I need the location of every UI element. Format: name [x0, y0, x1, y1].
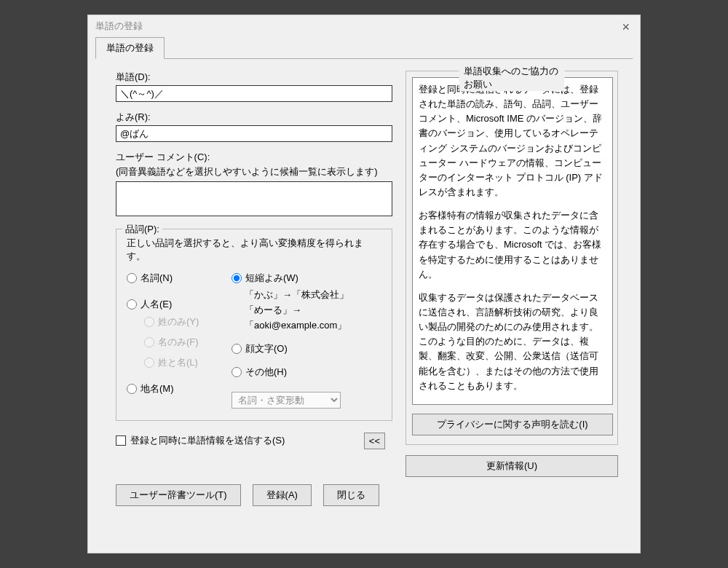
radio-other-label: その他(H) [245, 366, 287, 379]
radio-shortreading-label: 短縮よみ(W) [245, 272, 298, 285]
radio-place-label: 地名(M) [141, 382, 174, 395]
window-title: 単語の登録 [95, 20, 143, 33]
send-checkbox-label: 登録と同時に単語情報を送信する(S) [130, 434, 285, 447]
close-icon[interactable]: × [617, 18, 634, 36]
radio-givenname-label: 名のみ(F) [158, 336, 199, 349]
radio-person[interactable]: 人名(E) [127, 298, 229, 311]
close-button[interactable]: 閉じる [323, 484, 379, 506]
word-input[interactable] [116, 85, 392, 102]
radio-other[interactable]: その他(H) [232, 366, 381, 379]
reading-label: よみ(R): [116, 111, 392, 124]
user-dictionary-tool-button[interactable]: ユーザー辞書ツール(T) [116, 484, 241, 506]
notice-legend: 単語収集へのご協力のお願い [459, 65, 565, 91]
notice-p2: お客様特有の情報が収集されたデータに含まれることがあります。このような情報が存在… [419, 208, 606, 282]
titlebar: 単語の登録 × [88, 15, 640, 37]
comment-label: ユーザー コメント(C): [116, 151, 392, 164]
pos-legend: 品詞(P): [122, 223, 162, 236]
radio-surname-and-givenname: 姓と名(L) [144, 356, 229, 369]
radio-noun-label: 名詞(N) [141, 272, 173, 285]
notice-p3: 収集するデータは保護されたデータベースに送信され、言語解析技術の研究、より良い製… [419, 291, 606, 393]
notice-p1: 登録と同時に送信されるデータには、登録された単語の読み、語句、品詞、ユーザー コ… [419, 82, 606, 200]
dialog-window: 単語の登録 × 単語の登録 単語(D): よみ(R): ユーザー コメント(C)… [87, 15, 641, 553]
collapse-button[interactable]: << [364, 433, 385, 449]
comment-hint: (同音異義語などを選択しやすいように候補一覧に表示します) [116, 165, 392, 178]
comment-input[interactable] [116, 181, 392, 216]
radio-surname-only: 姓のみ(Y) [144, 315, 229, 328]
radio-surname-label: 姓のみ(Y) [158, 315, 199, 328]
notice-textbox[interactable]: 登録と同時に送信されるデータには、登録された単語の読み、語句、品詞、ユーザー コ… [412, 77, 613, 405]
other-pos-select[interactable]: 名詞・さ変形動 [232, 392, 341, 409]
radio-emoticon[interactable]: 顔文字(O) [232, 342, 381, 355]
example-1: 「かぶ」→「株式会社」 [245, 288, 381, 303]
example-2: 「めーる」→「aoki@example.com」 [245, 303, 381, 334]
tab-register-word[interactable]: 単語の登録 [95, 37, 165, 59]
send-checkbox[interactable] [116, 435, 126, 446]
update-info-button[interactable]: 更新情報(U) [405, 455, 618, 477]
register-button[interactable]: 登録(A) [253, 484, 312, 506]
radio-place[interactable]: 地名(M) [127, 382, 229, 395]
pos-description: 正しい品詞を選択すると、より高い変換精度を得られます。 [127, 237, 381, 263]
radio-noun[interactable]: 名詞(N) [127, 272, 229, 285]
radio-person-label: 人名(E) [141, 298, 172, 311]
radio-fullname-label: 姓と名(L) [158, 356, 198, 369]
notice-group: 単語収集へのご協力のお願い 登録と同時に送信されるデータには、登録された単語の読… [405, 71, 618, 445]
privacy-statement-button[interactable]: プライバシーに関する声明を読む(I) [412, 414, 613, 435]
word-label: 単語(D): [116, 71, 392, 84]
bottom-button-row: ユーザー辞書ツール(T) 登録(A) 閉じる [95, 484, 633, 516]
radio-shortreading[interactable]: 短縮よみ(W) [232, 272, 381, 285]
pos-fieldset: 品詞(P): 正しい品詞を選択すると、より高い変換精度を得られます。 名詞(N)… [116, 229, 392, 421]
reading-input[interactable] [116, 125, 392, 142]
tab-header: 単語の登録 [95, 37, 633, 59]
shortreading-examples: 「かぶ」→「株式会社」 「めーる」→「aoki@example.com」 [232, 288, 381, 333]
radio-givenname-only: 名のみ(F) [144, 336, 229, 349]
radio-emoticon-label: 顔文字(O) [245, 342, 288, 355]
